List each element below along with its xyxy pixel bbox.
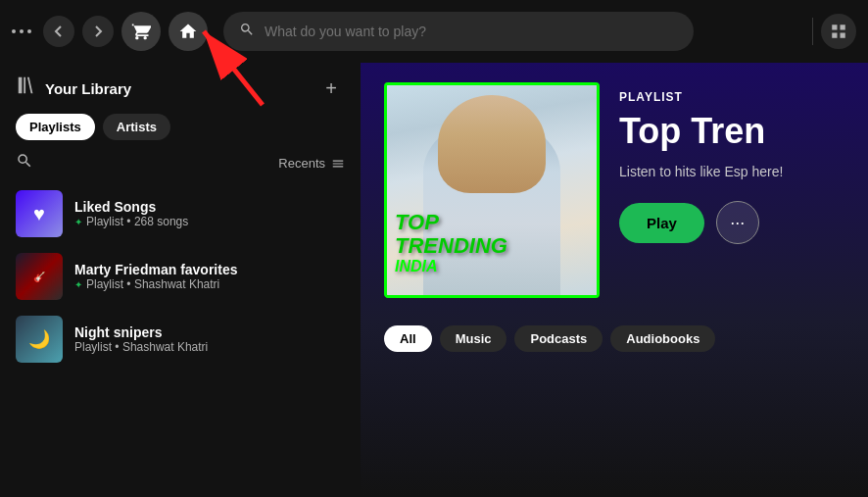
more-button[interactable]: ··· [716, 201, 759, 244]
search-bar [223, 12, 694, 51]
filter-pills-row: All Music Podcasts Audiobooks [361, 318, 868, 360]
svg-rect-2 [832, 33, 837, 38]
back-button[interactable] [43, 16, 74, 47]
svg-rect-1 [841, 25, 845, 29]
hero-text-overlay: TOP TRENDING INDIA [395, 211, 507, 275]
pill-audiobooks[interactable]: Audiobooks [610, 325, 715, 352]
forward-button[interactable] [82, 16, 114, 47]
playlist-meta: Playlist • Shashwat Khatri [74, 340, 345, 354]
hero-image: TOP TRENDING INDIA [384, 82, 600, 298]
filter-tab-playlists[interactable]: Playlists [16, 114, 95, 140]
list-item[interactable]: 🌙 Night snipers Playlist • Shashwat Khat… [8, 308, 353, 371]
nav-divider [812, 18, 813, 45]
dot-1 [12, 29, 16, 33]
filter-tab-artists[interactable]: Artists [103, 114, 170, 140]
night-thumb: 🌙 [16, 316, 63, 363]
cart-button[interactable] [121, 12, 161, 51]
green-dot-icon: ✦ [74, 279, 82, 290]
hero-type-label: Playlist [619, 90, 844, 104]
svg-rect-0 [832, 25, 837, 29]
play-button[interactable]: Play [619, 203, 704, 243]
home-button[interactable] [169, 12, 208, 51]
liked-songs-thumb: ♥ [16, 190, 63, 237]
liked-songs-info: Liked Songs ✦ Playlist • 268 songs [74, 199, 345, 228]
marty-thumb: 🎸 [16, 253, 63, 300]
search-row: Recents [0, 148, 361, 182]
hero-info: Playlist Top Tren Listen to hits like Es… [619, 82, 844, 244]
dot-2 [20, 29, 24, 33]
marty-info: Marty Friedman favorites ✦ Playlist • Sh… [74, 262, 345, 291]
night-thumb-bg: 🌙 [16, 316, 63, 363]
sidebar: Your Library + Playlists Artists Recents… [0, 63, 361, 497]
sidebar-header: Your Library + [0, 63, 361, 110]
hero-buttons: Play ··· [619, 201, 844, 244]
playlist-list: ♥ Liked Songs ✦ Playlist • 268 songs 🎸 [0, 182, 361, 497]
install-button[interactable] [821, 14, 856, 49]
library-icon [16, 75, 37, 102]
playlist-name: Liked Songs [74, 199, 345, 215]
main-area: Your Library + Playlists Artists Recents… [0, 63, 868, 497]
list-item[interactable]: 🎸 Marty Friedman favorites ✦ Playlist • … [8, 245, 353, 308]
svg-rect-3 [841, 33, 845, 38]
nav-right [812, 14, 856, 49]
playlist-name: Night snipers [74, 324, 345, 340]
right-panel: TOP TRENDING INDIA Playlist Top Tren Lis… [361, 63, 868, 497]
heart-icon: ♥ [33, 203, 45, 225]
night-info: Night snipers Playlist • Shashwat Khatri [74, 324, 345, 354]
dot-3 [27, 29, 31, 33]
pill-podcasts[interactable]: Podcasts [514, 325, 603, 352]
playlist-meta: ✦ Playlist • Shashwat Khatri [74, 277, 345, 291]
top-nav [0, 0, 868, 63]
playlist-name: Marty Friedman favorites [74, 262, 345, 277]
pill-music[interactable]: Music [440, 325, 507, 352]
nav-dots [12, 29, 31, 33]
search-icon [239, 22, 255, 41]
pill-all[interactable]: All [384, 325, 432, 352]
add-playlist-button[interactable]: + [317, 75, 345, 102]
ellipsis-icon: ··· [730, 213, 745, 233]
hero-title: Top Tren [619, 112, 844, 151]
library-title: Your Library [45, 80, 310, 97]
library-search-icon[interactable] [16, 152, 33, 174]
search-input[interactable] [265, 24, 678, 39]
hero-section: TOP TRENDING INDIA Playlist Top Tren Lis… [361, 63, 868, 318]
filter-tabs: Playlists Artists [0, 110, 361, 148]
list-item[interactable]: ♥ Liked Songs ✦ Playlist • 268 songs [8, 182, 353, 245]
recents-label[interactable]: Recents [278, 156, 345, 171]
hero-description: Listen to hits like Esp here! [619, 163, 844, 182]
marty-thumb-bg: 🎸 [16, 253, 63, 300]
playlist-meta: ✦ Playlist • 268 songs [74, 215, 345, 228]
green-dot-icon: ✦ [74, 217, 82, 227]
